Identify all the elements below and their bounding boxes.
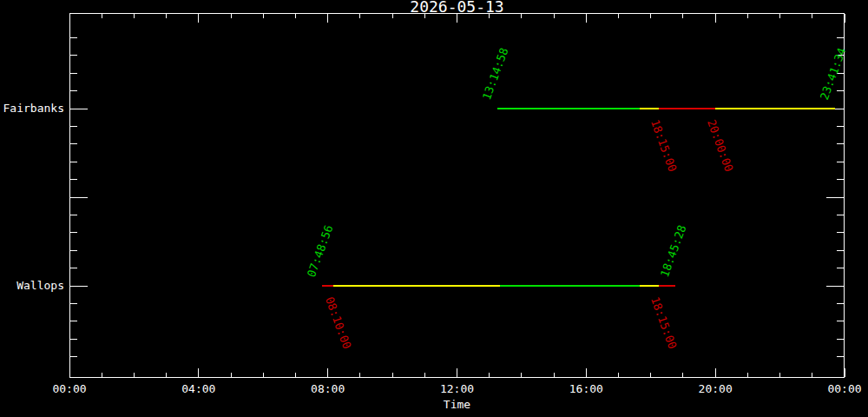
x-axis-tick (779, 14, 780, 18)
y-axis-tick (837, 162, 844, 162)
x-axis-tick (650, 14, 651, 18)
y-axis-tick (70, 232, 77, 233)
y-axis-tick (70, 55, 77, 56)
timeline-segment (322, 285, 333, 287)
x-axis-tick (489, 373, 490, 377)
y-axis-tick (70, 197, 88, 198)
chart-title: 2026-05-13 (69, 0, 845, 14)
x-axis-tick (845, 14, 845, 23)
x-axis-tick (489, 14, 490, 18)
x-tick-label: 00:00 (810, 383, 868, 395)
y-axis-tick (70, 126, 77, 127)
timeline-chart-screen: 2026-05-13 00:0004:0008:0012:0016:0020:0… (0, 0, 868, 417)
x-axis-tick (166, 14, 167, 18)
y-axis-tick (837, 90, 844, 91)
x-tick-label: 08:00 (293, 383, 363, 395)
x-axis-tick (359, 14, 360, 18)
y-axis-tick (70, 356, 77, 357)
x-axis-tick (682, 14, 683, 18)
plot-area-border (69, 13, 845, 378)
x-tick-label: 12:00 (423, 383, 492, 395)
x-axis-tick (521, 373, 522, 377)
y-axis-tick (70, 162, 77, 162)
x-axis-tick (845, 368, 845, 377)
x-axis-tick (715, 368, 716, 377)
x-axis-tick (457, 14, 457, 23)
x-axis-tick (231, 14, 232, 18)
y-axis-tick (70, 321, 77, 321)
timeline-segment (659, 108, 715, 109)
x-axis-tick (231, 373, 232, 377)
x-axis-tick (134, 14, 135, 18)
x-axis-tick (198, 368, 199, 377)
y-axis-tick (70, 303, 77, 304)
y-axis-tick (837, 303, 844, 304)
timeline-segment (659, 285, 675, 287)
y-axis-tick (837, 321, 844, 321)
x-axis-tick (424, 14, 425, 18)
y-axis-tick (837, 232, 844, 233)
x-axis-tick (586, 368, 587, 377)
x-axis-tick (392, 373, 393, 377)
x-axis-tick (263, 14, 264, 18)
y-axis-tick (70, 339, 77, 340)
x-axis-tick (715, 14, 716, 23)
x-axis-tick (812, 373, 812, 377)
x-axis-tick (586, 14, 587, 23)
y-axis-tick (837, 268, 844, 268)
y-axis-tick (70, 90, 77, 91)
x-axis-tick (747, 373, 748, 377)
y-axis-tick (837, 37, 844, 38)
x-axis-tick (457, 368, 457, 377)
y-axis-tick (70, 179, 77, 180)
x-axis-tick (779, 373, 780, 377)
x-axis-tick (392, 14, 393, 18)
y-axis-tick (70, 250, 77, 251)
y-axis-tick (837, 126, 844, 127)
x-axis-tick (359, 373, 360, 377)
x-tick-label: 16:00 (551, 383, 621, 395)
timeline-segment (500, 285, 640, 287)
x-axis-tick (327, 368, 328, 377)
x-tick-label: 04:00 (164, 383, 233, 395)
x-axis-tick (166, 373, 167, 377)
x-axis-tick (263, 373, 264, 377)
x-axis-title: Time (69, 398, 845, 410)
y-axis-tick (70, 109, 88, 109)
x-axis-tick (295, 373, 296, 377)
x-axis-tick (69, 14, 70, 23)
x-axis-tick (295, 14, 296, 18)
y-axis-tick (826, 286, 844, 287)
timeline-segment (333, 285, 500, 287)
y-axis-tick (70, 215, 77, 215)
x-axis-tick (554, 373, 555, 377)
y-axis-tick (70, 37, 77, 38)
x-axis-tick (650, 373, 651, 377)
y-axis-tick (837, 356, 844, 357)
x-axis-tick (618, 373, 619, 377)
y-axis-tick (837, 250, 844, 251)
x-tick-label: 20:00 (681, 383, 750, 395)
timeline-segment (640, 285, 659, 287)
y-axis-tick (837, 215, 844, 215)
x-axis-tick (747, 14, 748, 18)
x-axis-tick (554, 14, 555, 18)
x-axis-tick (424, 373, 425, 377)
x-axis-tick (812, 14, 812, 18)
y-axis-tick (70, 268, 77, 268)
y-axis-tick (70, 73, 77, 74)
x-axis-tick (198, 14, 199, 23)
y-axis-tick (837, 179, 844, 180)
station-label: Fairbanks (0, 103, 64, 115)
x-axis-tick (102, 373, 102, 377)
y-axis-tick (837, 339, 844, 340)
x-axis-tick (69, 368, 70, 377)
timeline-segment (715, 108, 834, 109)
x-axis-tick (682, 373, 683, 377)
x-axis-tick (618, 14, 619, 18)
x-axis-tick (327, 14, 328, 23)
timeline-segment (497, 108, 640, 109)
y-axis-tick (70, 286, 88, 287)
y-axis-tick (837, 143, 844, 144)
x-tick-label: 00:00 (35, 383, 104, 395)
